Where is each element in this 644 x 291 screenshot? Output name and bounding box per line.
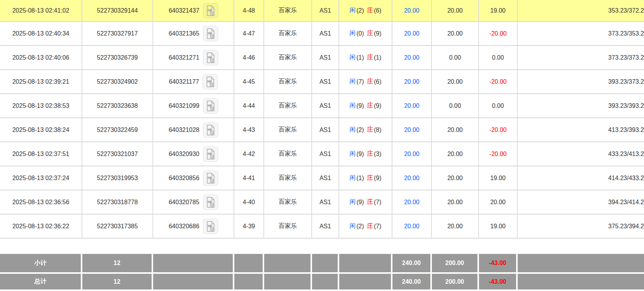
- subtotal-empty-gameid: [153, 254, 234, 272]
- total-empty-balance: [518, 274, 644, 289]
- cell-valid-bet: 20.00: [432, 190, 479, 214]
- game-id-text: 640320930: [168, 151, 199, 158]
- subtotal-count: 12: [82, 254, 153, 272]
- subtotal-bet-total: 240.00: [392, 254, 432, 272]
- records-table: 2025-08-13 02:41:02522730329144640321437…: [0, 0, 644, 291]
- video-replay-icon: [206, 52, 216, 63]
- cell-table-name: AS1: [312, 46, 339, 69]
- cell-balance: 373.23/373.2: [518, 46, 644, 69]
- video-replay-button[interactable]: [203, 122, 218, 138]
- cell-round: 4-44: [234, 94, 264, 117]
- banker-score: (3): [374, 151, 382, 158]
- cell-table-name: AS1: [312, 142, 339, 166]
- total-empty-table: [312, 274, 339, 289]
- player-label: 闲: [350, 174, 356, 182]
- table-row[interactable]: 2025-08-13 02:39:21522730324902640321177…: [0, 70, 644, 94]
- cell-time: 2025-08-13 02:40:06: [0, 46, 82, 69]
- cell-game-name: 百家乐: [264, 0, 312, 21]
- video-replay-button[interactable]: [203, 74, 218, 89]
- cell-winloss: -20.00: [479, 22, 518, 45]
- video-replay-icon: [206, 197, 216, 208]
- table-row[interactable]: 2025-08-13 02:37:51522730321037640320930…: [0, 142, 644, 166]
- table-row[interactable]: 2025-08-13 02:36:22522730317385640320686…: [0, 215, 644, 239]
- player-score: (9): [356, 102, 364, 109]
- banker-score: (6): [374, 7, 382, 14]
- cell-bet-id: 522730329144: [82, 0, 153, 21]
- table-row[interactable]: 2025-08-13 02:41:02522730329144640321437…: [0, 0, 644, 22]
- table-row[interactable]: 2025-08-13 02:38:24522730322459640321028…: [0, 118, 644, 142]
- cell-winloss: 20.00: [479, 190, 518, 214]
- player-label: 闲: [350, 7, 356, 15]
- cell-bet-amount: 20.00: [392, 70, 432, 93]
- cell-table-name: AS1: [312, 215, 339, 238]
- video-replay-button[interactable]: [203, 171, 218, 186]
- game-id-text: 640321028: [168, 127, 199, 133]
- player-score: (7): [356, 78, 364, 85]
- player-label: 闲: [350, 222, 356, 230]
- cell-game-name: 百家乐: [264, 118, 312, 141]
- cell-table-name: AS1: [312, 0, 339, 21]
- cell-bet-amount: 20.00: [392, 46, 432, 69]
- video-replay-button[interactable]: [203, 195, 218, 210]
- cell-winloss: -20.00: [479, 118, 518, 141]
- cell-time: 2025-08-13 02:39:21: [0, 70, 82, 93]
- banker-label: 庄: [367, 102, 373, 110]
- cell-bet-id: 522730322459: [82, 118, 153, 141]
- cell-bet-id: 522730323638: [82, 94, 153, 117]
- video-replay-button[interactable]: [203, 146, 218, 162]
- cell-winloss: 19.00: [479, 215, 518, 238]
- player-label: 闲: [350, 54, 356, 62]
- table-row[interactable]: 2025-08-13 02:40:34522730327917640321365…: [0, 22, 644, 46]
- banker-score: (7): [374, 199, 382, 206]
- cell-winloss: 19.00: [479, 166, 518, 190]
- cell-game-id: 640321099: [153, 94, 234, 117]
- cell-table-name: AS1: [312, 22, 339, 45]
- cell-time: 2025-08-13 02:38:24: [0, 118, 82, 141]
- table-row[interactable]: 2025-08-13 02:38:53522730323638640321099…: [0, 94, 644, 118]
- cell-result: 闲(9)庄(3): [339, 142, 392, 166]
- cell-bet-id: 522730317385: [82, 215, 153, 238]
- cell-bet-amount: 20.00: [392, 118, 432, 141]
- cell-game-name: 百家乐: [264, 94, 312, 117]
- video-replay-button[interactable]: [203, 219, 218, 234]
- table-row[interactable]: 2025-08-13 02:40:06522730326739640321271…: [0, 46, 644, 70]
- cell-bet-id: 522730324902: [82, 70, 153, 93]
- cell-valid-bet: 0.00: [432, 46, 479, 69]
- cell-valid-bet: 0.00: [432, 94, 479, 117]
- banker-label: 庄: [367, 222, 373, 230]
- cell-result: 闲(2)庄(6): [339, 0, 392, 21]
- cell-bet-amount: 20.00: [392, 166, 432, 190]
- video-replay-button[interactable]: [203, 50, 218, 65]
- cell-game-id: 640321365: [153, 22, 234, 45]
- table-row[interactable]: 2025-08-13 02:37:24522730319953640320856…: [0, 166, 644, 190]
- cell-game-name: 百家乐: [264, 215, 312, 238]
- video-replay-icon: [206, 101, 216, 111]
- cell-valid-bet: 20.00: [432, 166, 479, 190]
- cell-balance: 375.23/394.2: [518, 215, 644, 238]
- banker-label: 庄: [367, 29, 373, 37]
- cell-time: 2025-08-13 02:38:53: [0, 94, 82, 117]
- video-replay-button[interactable]: [203, 26, 218, 41]
- cell-winloss: -20.00: [479, 142, 518, 166]
- video-replay-icon: [206, 221, 216, 232]
- cell-balance: 393.23/373.2: [518, 70, 644, 93]
- game-id-text: 640320785: [168, 199, 199, 206]
- video-replay-button[interactable]: [203, 3, 218, 18]
- banker-score: (1): [374, 54, 382, 61]
- banker-score: (9): [374, 102, 382, 109]
- cell-valid-bet: 20.00: [432, 142, 479, 166]
- cell-bet-id: 522730326739: [82, 46, 153, 69]
- cell-bet-amount: 20.00: [392, 0, 432, 21]
- cell-result: 闲(7)庄(6): [339, 70, 392, 93]
- game-id-text: 640321437: [168, 7, 199, 14]
- cell-bet-amount: 20.00: [392, 142, 432, 166]
- video-replay-button[interactable]: [203, 98, 218, 114]
- banker-label: 庄: [367, 78, 373, 86]
- cell-game-id: 640321177: [153, 70, 234, 93]
- table-row[interactable]: 2025-08-13 02:36:56522730318778640320785…: [0, 190, 644, 215]
- total-winloss-total: -43.00: [479, 274, 518, 289]
- game-id-text: 640321271: [168, 54, 199, 61]
- banker-label: 庄: [367, 174, 373, 182]
- player-score: (1): [356, 175, 364, 182]
- cell-table-name: AS1: [312, 70, 339, 93]
